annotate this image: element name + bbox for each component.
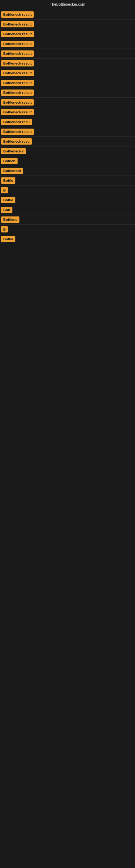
list-item[interactable]: Bottleneck resu <box>0 117 135 127</box>
list-item[interactable]: Bott <box>0 205 135 215</box>
list-item[interactable]: Bottleneck <box>0 166 135 176</box>
list-item[interactable]: Bottlen <box>0 156 135 166</box>
list-item[interactable]: Bottle <box>0 235 135 244</box>
bottleneck-badge: Bottleneck result <box>1 109 34 115</box>
bottleneck-badge: Bottleneck result <box>1 51 34 57</box>
bottleneck-badge: Bottlens <box>1 216 19 223</box>
bottleneck-badge: Bottleneck result <box>1 31 34 37</box>
list-item[interactable]: Bottleneck result <box>0 78 135 88</box>
list-item[interactable]: Bottle <box>0 195 135 205</box>
bottleneck-list: Bottleneck resultBottleneck resultBottle… <box>0 10 135 244</box>
bottleneck-badge: Bottleneck result <box>1 60 34 66</box>
bottleneck-badge: Bottleneck result <box>1 129 34 135</box>
list-item[interactable]: Bottleneck result <box>0 127 135 137</box>
list-item[interactable]: Bottlens <box>0 215 135 225</box>
bottleneck-badge: Bottleneck result <box>1 80 34 86</box>
list-item[interactable]: Bottleneck result <box>0 20 135 29</box>
list-item[interactable]: Bottleneck r <box>0 147 135 156</box>
list-item[interactable]: B <box>0 225 135 235</box>
bottleneck-badge: Bott <box>1 207 12 213</box>
bottleneck-badge: B <box>1 187 8 193</box>
bottleneck-badge: Bottleneck result <box>1 70 34 76</box>
bottleneck-badge: Bottleneck resu <box>1 138 32 145</box>
bottleneck-badge: Bottle <box>1 197 15 203</box>
bottleneck-badge: Bottleneck result <box>1 21 34 27</box>
bottleneck-badge: Bottleneck <box>1 167 23 174</box>
list-item[interactable]: Bottleneck result <box>0 59 135 68</box>
bottleneck-badge: Bottle <box>1 236 15 242</box>
site-header: TheBottlenecker.com <box>0 0 135 10</box>
bottleneck-badge: Bottle <box>1 177 15 184</box>
bottleneck-badge: Bottleneck resu <box>1 119 32 125</box>
bottleneck-badge: Bottleneck result <box>1 11 34 18</box>
bottleneck-badge: Bottleneck result <box>1 90 34 96</box>
bottleneck-badge: Bottlen <box>1 158 17 164</box>
bottleneck-badge: B <box>1 226 8 232</box>
bottleneck-badge: Bottleneck r <box>1 148 26 154</box>
list-item[interactable]: Bottleneck result <box>0 98 135 107</box>
list-item[interactable]: Bottle <box>0 176 135 186</box>
list-item[interactable]: Bottleneck result <box>0 68 135 78</box>
list-item[interactable]: B <box>0 186 135 195</box>
list-item[interactable]: Bottleneck result <box>0 107 135 117</box>
list-item[interactable]: Bottleneck result <box>0 39 135 49</box>
bottleneck-badge: Bottleneck result <box>1 99 34 105</box>
site-title: TheBottlenecker.com <box>0 0 135 10</box>
list-item[interactable]: Bottleneck result <box>0 29 135 39</box>
list-item[interactable]: Bottleneck result <box>0 10 135 20</box>
list-item[interactable]: Bottleneck result <box>0 88 135 98</box>
list-item[interactable]: Bottleneck result <box>0 49 135 59</box>
list-item[interactable]: Bottleneck resu <box>0 137 135 147</box>
bottleneck-badge: Bottleneck result <box>1 41 34 47</box>
